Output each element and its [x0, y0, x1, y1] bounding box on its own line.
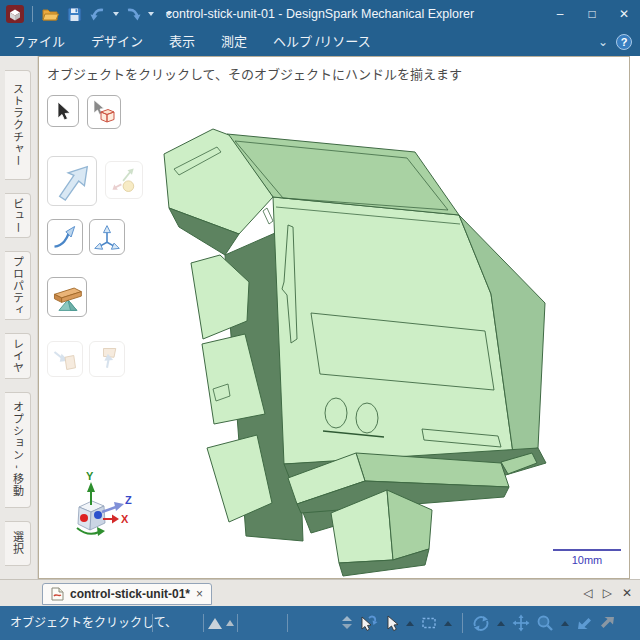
- move-pivot-ball-button[interactable]: [105, 161, 143, 199]
- redo-icon[interactable]: [123, 4, 143, 24]
- z-axis-label: Z: [125, 494, 132, 506]
- tab-view[interactable]: ビュー: [5, 193, 31, 238]
- document-tab-close-icon[interactable]: ×: [196, 587, 203, 601]
- open-folder-icon[interactable]: [40, 4, 60, 24]
- y-axis-head: [87, 482, 95, 492]
- undo-selection-icon[interactable]: [359, 614, 379, 632]
- status-separator: [152, 614, 153, 632]
- window-controls: – □ ✕: [544, 0, 640, 28]
- pull-direction-widget[interactable]: [208, 606, 234, 640]
- triangle-dropdown-icon: [226, 620, 234, 626]
- select-tool-icon[interactable]: [385, 615, 399, 632]
- document-tab-active[interactable]: control-stick-unit-01* ×: [42, 583, 212, 605]
- menu-display[interactable]: 表示: [156, 28, 208, 56]
- menu-file[interactable]: ファイル: [0, 28, 78, 56]
- select-dropdown-icon[interactable]: [405, 618, 415, 628]
- menu-design[interactable]: デザイン: [78, 28, 156, 56]
- status-separator: [237, 614, 238, 632]
- previous-view-icon[interactable]: [576, 615, 593, 631]
- x-axis-head: [112, 515, 119, 524]
- status-separator: [462, 613, 463, 633]
- maximize-button[interactable]: □: [576, 0, 608, 28]
- design-canvas[interactable]: オブジェクトをクリックして、そのオブジェクトにハンドルを揃えます: [38, 56, 630, 579]
- move-to-object-button[interactable]: [47, 341, 83, 377]
- x-axis-label: X: [121, 513, 129, 525]
- document-tab-label: control-stick-unit-01*: [70, 587, 190, 601]
- redo-dropdown-icon[interactable]: [148, 12, 154, 16]
- designspark-window: control-stick-unit-01 - DesignSpark Mech…: [0, 0, 640, 640]
- scale-bar: [553, 549, 621, 551]
- zoom-view-icon[interactable]: [536, 614, 554, 632]
- status-separator: [203, 614, 204, 632]
- spin-view-icon[interactable]: [472, 615, 490, 632]
- select-cursor-button[interactable]: [47, 95, 79, 127]
- tab-options-move[interactable]: オプション - 移動: [5, 392, 31, 508]
- tab-scroll-right-icon[interactable]: ▷: [603, 586, 612, 600]
- tab-properties[interactable]: プロパティ: [5, 251, 31, 320]
- main-area: ストラクチャー ビュー プロパティ レイヤ オプション - 移動 選択 オブジェ…: [0, 56, 640, 579]
- menu-measure[interactable]: 測定: [208, 28, 260, 56]
- title-bar: control-stick-unit-01 - DesignSpark Mech…: [0, 0, 640, 28]
- triad-dot-red: [80, 514, 88, 522]
- status-bar: オブジェクトをクリックして、: [0, 606, 640, 640]
- marquee-select-icon[interactable]: [421, 616, 437, 630]
- fulcrum-button[interactable]: [47, 277, 87, 317]
- document-tab-strip: control-stick-unit-01* × ◁ ▷ ✕: [0, 579, 640, 606]
- pan-view-icon[interactable]: [512, 614, 530, 632]
- spin-dropdown-icon[interactable]: [496, 618, 506, 628]
- model-front-groove-upper: [263, 208, 273, 224]
- triangle-icon: [208, 618, 222, 629]
- move-along-curve-button[interactable]: [47, 219, 83, 255]
- scale-bar-label: 10mm: [545, 554, 629, 566]
- status-separator: [287, 614, 288, 632]
- tab-structure[interactable]: ストラクチャー: [5, 70, 31, 180]
- menu-help-resources[interactable]: ヘルプ /リソース: [260, 28, 384, 56]
- z-axis-head: [114, 502, 124, 511]
- move-arrow-button[interactable]: [47, 156, 97, 206]
- side-panel-tabs: ストラクチャー ビュー プロパティ レイヤ オプション - 移動 選択: [0, 56, 38, 579]
- customize-toolbar-icon[interactable]: [166, 12, 172, 16]
- select-component-button[interactable]: [87, 95, 121, 129]
- menu-bar: ファイル デザイン 表示 測定 ヘルプ /リソース: [0, 28, 640, 56]
- document-icon: [51, 587, 64, 601]
- tab-selection[interactable]: 選択: [5, 521, 31, 566]
- close-button[interactable]: ✕: [608, 0, 640, 28]
- toolbar-separator: [32, 6, 33, 22]
- move-three-axis-button[interactable]: [89, 219, 125, 255]
- zoom-dropdown-icon[interactable]: [560, 618, 570, 628]
- tab-close-all-icon[interactable]: ✕: [622, 586, 632, 600]
- app-logo-icon[interactable]: [5, 4, 25, 24]
- minimize-button[interactable]: –: [544, 0, 576, 28]
- rotate-indicator-head: [97, 527, 105, 536]
- marquee-dropdown-icon[interactable]: [443, 618, 453, 628]
- tab-layers[interactable]: レイヤ: [5, 333, 31, 378]
- value-spinner-icon[interactable]: [341, 615, 353, 631]
- y-axis-label: Y: [86, 470, 94, 482]
- tab-scroll-left-icon[interactable]: ◁: [583, 586, 592, 600]
- undo-dropdown-icon[interactable]: [113, 12, 119, 16]
- help-icon[interactable]: ?: [616, 34, 632, 50]
- ribbon-collapse-icon[interactable]: ⌄: [598, 37, 608, 47]
- quick-access-toolbar: [0, 4, 172, 24]
- next-view-icon[interactable]: [599, 615, 616, 631]
- undo-icon[interactable]: [88, 4, 108, 24]
- orient-to-object-button[interactable]: [89, 341, 125, 377]
- axis-triad[interactable]: Y Z X: [59, 465, 149, 555]
- triad-dot-blue: [94, 511, 102, 519]
- view-tools: [341, 606, 616, 640]
- save-icon[interactable]: [64, 4, 84, 24]
